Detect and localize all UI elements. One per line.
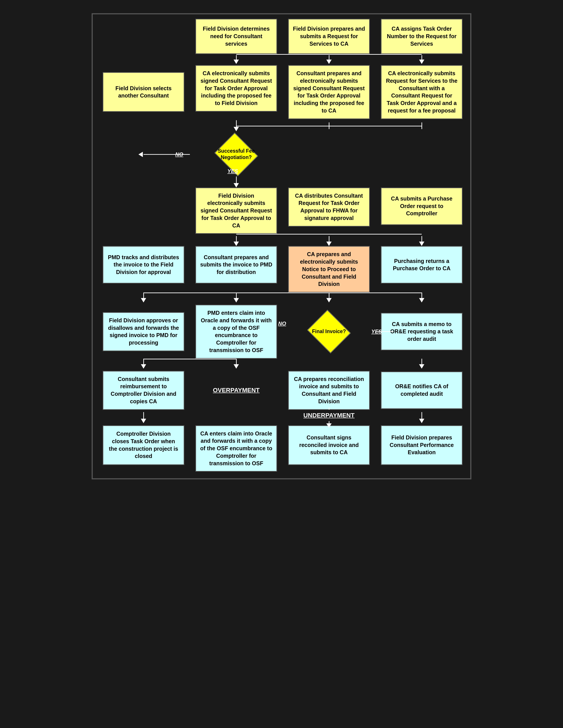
- diamond-fee-negotiation: Successful Fee Negotiation?: [214, 137, 258, 172]
- box-field-division-submits: Field Division prepares and submits a Re…: [288, 19, 370, 54]
- box-fd-approves: Field Division approves or disallows and…: [103, 312, 184, 351]
- box-ca-submits-memo: CA submits a memo to OR&E requesting a t…: [381, 313, 463, 350]
- box-purchasing-returns: Purchasing returns a Purchase Order to C…: [381, 246, 463, 283]
- page: Field Division determines need for Consu…: [0, 0, 563, 728]
- box-field-selects-other: Field Division selects another Consultan…: [103, 72, 184, 112]
- box-ca-prepares-reconcile: CA prepares reconciliation invoice and s…: [288, 371, 370, 410]
- box-fd-submits-signed-to-ca: Field Division electronically submits si…: [195, 188, 277, 234]
- box-comptroller-closes: Comptroller Division closes Task Order w…: [103, 425, 184, 465]
- box-consultant-submits-invoice: Consultant prepares and submits the invo…: [195, 246, 277, 283]
- final-invoice-no-label: NO: [278, 321, 286, 326]
- box-ore-notifies: OR&E notifies CA of completed audit: [381, 372, 463, 409]
- diamond-final-invoice: Final Invoice?: [307, 314, 351, 349]
- box-field-division-need: Field Division determines need for Consu…: [195, 19, 277, 54]
- underpayment-label: UNDERPAYMENT: [301, 410, 357, 421]
- box-consultant-prepares-signed: Consultant prepares and electronically s…: [288, 65, 370, 119]
- box-ca-submits-po: CA submits a Purchase Order request to C…: [381, 188, 463, 225]
- box-consultant-signs-reconciled: Consultant signs reconciled invoice and …: [288, 425, 370, 465]
- box-ca-submits-rfs-consultant: CA electronically submits Request for Se…: [381, 65, 463, 119]
- box-ca-distributes-fhwa: CA distributes Consultant Request for Ta…: [288, 188, 370, 227]
- box-fd-prepares-eval: Field Division prepares Consultant Perfo…: [381, 425, 463, 465]
- yes-label: YES: [227, 168, 238, 174]
- box-pmd-tracks: PMD tracks and distributes the invoice t…: [103, 246, 184, 283]
- box-pmd-enters-claim: PMD enters claim into Oracle and forward…: [195, 305, 277, 359]
- box-ca-submits-signed-to-fd: CA electronically submits signed Consult…: [195, 65, 277, 112]
- box-ca-assigns: CA assigns Task Order Number to the Requ…: [381, 19, 463, 54]
- box-ca-enters-claim-oracle: CA enters claim into Oracle and forwards…: [195, 425, 277, 472]
- box-consultant-reimburse: Consultant submits reimbursement to Comp…: [103, 371, 184, 410]
- box-ca-prepares-notice: CA prepares and electronically submits N…: [288, 246, 370, 293]
- overpayment-label: OVERPAYMENT: [211, 385, 262, 396]
